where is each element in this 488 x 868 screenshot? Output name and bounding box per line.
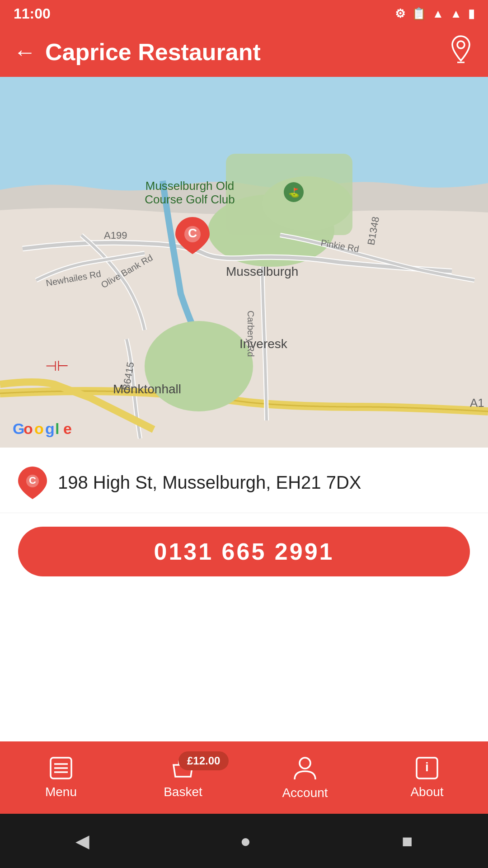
battery-icon: ▮ <box>468 7 474 21</box>
status-bar: 11:00 ⚙ 📋 ▲ ▲ ▮ <box>0 0 488 27</box>
svg-text:C: C <box>29 475 36 486</box>
svg-text:⛳: ⛳ <box>288 187 300 198</box>
settings-icon: ⚙ <box>395 7 405 21</box>
svg-text:A199: A199 <box>104 230 127 241</box>
address-pin-icon: C <box>18 466 47 499</box>
svg-text:A1: A1 <box>470 396 484 410</box>
map-area[interactable]: Musselburgh Old Course Golf Club ⛳ Musse… <box>0 77 488 448</box>
address-text: 198 High St, Musselburgh, EH21 7DX <box>58 472 361 493</box>
svg-text:o: o <box>34 420 44 437</box>
svg-text:Musselburgh Old: Musselburgh Old <box>145 179 235 193</box>
back-button[interactable]: ← <box>14 39 36 65</box>
svg-point-0 <box>457 41 465 48</box>
status-time: 11:00 <box>14 5 51 22</box>
clipboard-icon: 📋 <box>412 7 426 21</box>
nav-label-account: Account <box>282 786 328 800</box>
signal-icon: ▲ <box>450 7 462 21</box>
android-home-button[interactable]: ● <box>240 831 251 851</box>
status-icons: ⚙ 📋 ▲ ▲ ▮ <box>395 7 474 21</box>
nav-item-menu[interactable]: Menu <box>0 756 122 799</box>
map-location-icon[interactable] <box>447 34 474 70</box>
menu-icon <box>49 756 73 780</box>
svg-text:Musselburgh: Musselburgh <box>226 264 298 278</box>
nav-item-about[interactable]: i About <box>366 756 488 799</box>
header: ← Caprice Restaurant <box>0 27 488 77</box>
android-recent-button[interactable]: ■ <box>402 831 413 851</box>
svg-text:Carbery Rd: Carbery Rd <box>246 311 256 357</box>
nav-item-account[interactable]: Account <box>244 755 366 800</box>
svg-text:e: e <box>63 420 72 437</box>
phone-button[interactable]: 0131 665 2991 <box>18 527 470 576</box>
phone-number: 0131 665 2991 <box>154 538 334 565</box>
android-nav-bar: ◀ ● ■ <box>0 814 488 868</box>
svg-point-7 <box>145 321 253 411</box>
basket-badge: £12.00 <box>178 751 229 770</box>
svg-text:G: G <box>13 420 24 437</box>
page-title: Caprice Restaurant <box>45 38 447 66</box>
nav-label-basket: Basket <box>164 785 202 799</box>
nav-label-menu: Menu <box>45 785 77 799</box>
svg-text:l: l <box>55 420 59 437</box>
svg-text:o: o <box>23 420 33 437</box>
svg-text:g: g <box>45 420 55 437</box>
android-back-button[interactable]: ◀ <box>75 830 89 851</box>
about-icon: i <box>415 756 439 780</box>
svg-text:i: i <box>425 760 429 774</box>
account-icon <box>293 755 317 781</box>
svg-point-38 <box>300 758 310 769</box>
map-svg: Musselburgh Old Course Golf Club ⛳ Musse… <box>0 77 488 448</box>
address-section: C 198 High St, Musselburgh, EH21 7DX <box>0 448 488 513</box>
svg-text:⊣⊢: ⊣⊢ <box>45 359 69 373</box>
nav-item-basket[interactable]: £12.00 Basket <box>122 756 244 799</box>
svg-text:C: C <box>188 226 197 240</box>
bottom-nav: Menu £12.00 Basket Account i About <box>0 741 488 814</box>
nav-label-about: About <box>410 785 443 799</box>
svg-text:Course Golf Club: Course Golf Club <box>145 193 235 206</box>
wifi-icon: ▲ <box>432 7 444 21</box>
